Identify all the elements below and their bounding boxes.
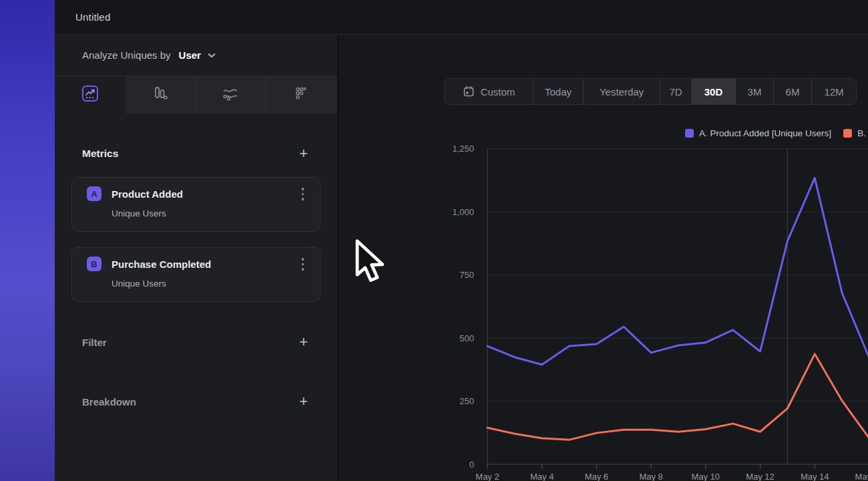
legend-swatch: [843, 129, 852, 138]
desktop-background: [0, 0, 55, 481]
svg-text:750: 750: [459, 270, 474, 280]
sidebar: Analyze Uniques by User: [55, 35, 339, 481]
range-label: 6M: [786, 86, 800, 98]
analyze-entity-dropdown[interactable]: User: [179, 49, 201, 61]
range-3m[interactable]: 3M: [735, 79, 773, 104]
range-today[interactable]: Today: [533, 79, 583, 104]
metric-card-a[interactable]: A Product Added Unique Users: [71, 177, 320, 232]
breakdown-row: Breakdown +: [55, 388, 337, 415]
svg-text:1,250: 1,250: [452, 144, 474, 154]
range-label: Yesterday: [600, 86, 644, 98]
add-metric-button[interactable]: +: [299, 148, 308, 160]
svg-text:May 6: May 6: [585, 472, 608, 481]
date-range-toolbar: CustomTodayYesterday7D30D3M6M12M Compare: [444, 78, 857, 105]
tab-bar-chart[interactable]: [126, 76, 196, 114]
svg-text:May 2: May 2: [475, 472, 499, 481]
metric-title-b: Purchase Completed: [112, 259, 299, 270]
range-label: 3M: [748, 86, 762, 98]
line-chart-icon: [81, 85, 99, 105]
app-window: Untitled Analyze Uniques by User: [55, 0, 868, 481]
range-7d[interactable]: 7D: [660, 79, 691, 104]
chart-legend: A. Product Added [Unique Users]B. Purcha…: [685, 128, 868, 138]
report-title[interactable]: Untitled: [75, 11, 110, 23]
tab-line-chart[interactable]: [55, 76, 126, 114]
breakdown-heading: Breakdown: [82, 396, 136, 408]
svg-text:500: 500: [459, 333, 474, 343]
date-range-segmented-control: CustomTodayYesterday7D30D3M6M12M: [444, 78, 857, 105]
metric-badge-b: B: [87, 257, 101, 271]
svg-text:May 16: May 16: [855, 472, 868, 481]
range-label: Today: [545, 86, 572, 98]
legend-swatch: [685, 129, 694, 138]
screen: Untitled Analyze Uniques by User: [0, 0, 868, 481]
svg-text:250: 250: [459, 396, 474, 406]
legend-item-a[interactable]: A. Product Added [Unique Users]: [685, 128, 831, 138]
legend-item-b[interactable]: B. Purchase Completed [Unique Users]: [843, 128, 868, 138]
chevron-down-icon[interactable]: [208, 53, 216, 58]
range-30d[interactable]: 30D: [691, 79, 735, 104]
analyze-label: Analyze Uniques by: [82, 49, 171, 61]
retention-dots-icon: [292, 85, 310, 105]
legend-label: B. Purchase Completed [Unique Users]: [857, 128, 868, 138]
svg-text:May 4: May 4: [530, 472, 554, 481]
metric-menu-b-kebab-icon[interactable]: [299, 257, 307, 272]
range-label: 7D: [669, 86, 682, 98]
filter-heading: Filter: [82, 337, 107, 348]
range-yesterday[interactable]: Yesterday: [583, 79, 660, 104]
analyze-row: Analyze Uniques by User: [55, 35, 337, 76]
range-label: 30D: [704, 86, 723, 98]
metric-title-a: Product Added: [112, 188, 299, 200]
top-bar: Untitled: [55, 0, 868, 35]
svg-text:May 14: May 14: [801, 472, 829, 481]
chart-type-tabs: [55, 76, 337, 114]
calendar-icon: [463, 86, 475, 98]
svg-text:0: 0: [469, 460, 474, 470]
metric-subtitle-a[interactable]: Unique Users: [112, 208, 306, 218]
add-breakdown-button[interactable]: +: [299, 395, 308, 408]
tab-flows[interactable]: [195, 76, 265, 114]
range-label: Custom: [481, 86, 515, 98]
tab-retention[interactable]: [265, 76, 337, 114]
svg-text:May 10: May 10: [691, 472, 720, 481]
svg-text:May 8: May 8: [639, 472, 662, 481]
flows-icon: [222, 85, 239, 105]
range-6m[interactable]: 6M: [773, 79, 811, 104]
range-12m[interactable]: 12M: [811, 79, 856, 104]
metric-card-b[interactable]: B Purchase Completed Unique Users: [71, 247, 320, 302]
range-label: 12M: [824, 86, 843, 98]
svg-text:May 12: May 12: [746, 472, 775, 481]
add-filter-button[interactable]: +: [299, 336, 308, 348]
filter-row: Filter +: [55, 329, 337, 355]
chart-panel: 02505007501,0001,250May 2May 4May 6May 8…: [393, 35, 868, 481]
bar-chart-icon: [152, 85, 169, 105]
metric-subtitle-b[interactable]: Unique Users: [112, 279, 306, 289]
metric-menu-a-kebab-icon[interactable]: [299, 186, 307, 202]
metric-badge-a: A: [87, 186, 101, 201]
legend-label: A. Product Added [Unique Users]: [699, 128, 831, 138]
svg-text:1,000: 1,000: [452, 207, 474, 217]
metrics-header-row: Metrics +: [55, 140, 337, 167]
metrics-heading: Metrics: [82, 148, 118, 160]
range-custom[interactable]: Custom: [445, 79, 533, 104]
